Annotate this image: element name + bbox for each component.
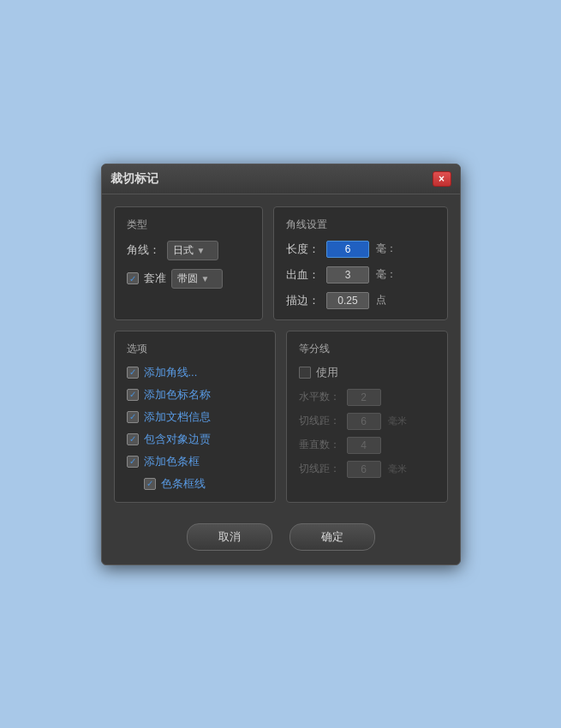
length-row: 长度： 毫： [286, 241, 434, 258]
option-add-color-bar-label: 添加色条框 [144, 454, 200, 469]
bleed-row: 出血： 毫： [286, 266, 434, 283]
top-row: 类型 角线： 日式 ▼ 套准 带圆 ▼ [114, 206, 448, 320]
equalizer-panel: 等分线 使用 水平数： 切线距： 毫米 垂直数： [286, 331, 448, 503]
bleed-unit: 毫： [376, 267, 397, 282]
stroke-unit: 点 [376, 293, 386, 307]
vertical-count-input [347, 437, 381, 454]
option-add-corner-checkbox[interactable] [127, 367, 139, 379]
option-color-bar-line-label: 色条框线 [161, 476, 206, 492]
option-color-bar-line-checkbox[interactable] [144, 478, 156, 490]
fit-row: 套准 带圆 ▼ [127, 269, 251, 289]
option-add-corner-label: 添加角线... [144, 365, 198, 380]
bottom-row: 选项 添加角线... 添加色标名称 添加文档信息 包含对象边贾 [114, 331, 448, 503]
cut-distance-v-label: 切线距： [299, 462, 340, 476]
option-add-doc-info-checkbox[interactable] [127, 411, 139, 423]
option-add-color-name-checkbox[interactable] [127, 389, 139, 401]
length-input[interactable] [326, 241, 369, 258]
cut-distance-h-unit: 毫米 [388, 415, 407, 427]
cut-distance-h-row: 切线距： 毫米 [299, 413, 435, 430]
window-title: 裁切标记 [110, 171, 158, 187]
stroke-label: 描边： [286, 293, 319, 308]
equalizer-panel-title: 等分线 [299, 342, 435, 356]
option-include-obj-border-checkbox[interactable] [127, 433, 139, 445]
cut-distance-h-label: 切线距： [299, 414, 340, 428]
option-add-doc-info-label: 添加文档信息 [144, 409, 211, 425]
option-add-color-bar[interactable]: 添加色条框 [127, 454, 263, 469]
cut-distance-v-row: 切线距： 毫米 [299, 461, 435, 478]
stroke-row: 描边： 点 [286, 292, 434, 309]
options-panel: 选项 添加角线... 添加色标名称 添加文档信息 包含对象边贾 [114, 331, 276, 503]
cut-distance-v-unit: 毫米 [388, 462, 407, 475]
horizontal-count-input [347, 389, 381, 406]
length-unit: 毫： [376, 242, 397, 256]
option-add-color-name-label: 添加色标名称 [144, 387, 211, 403]
vertical-count-label: 垂直数： [299, 438, 340, 452]
title-bar: 裁切标记 × [102, 164, 460, 194]
option-add-color-bar-checkbox[interactable] [127, 456, 139, 468]
footer: 取消 确定 [102, 515, 460, 564]
corner-type-value: 日式 [173, 243, 194, 258]
fit-label: 套准 [144, 271, 166, 286]
corner-settings-panel: 角线设置 长度： 毫： 出血： 毫： 描边： 点 [273, 206, 447, 320]
stroke-input[interactable] [326, 292, 369, 309]
corner-dropdown-arrow: ▼ [197, 246, 206, 255]
bleed-label: 出血： [286, 267, 319, 283]
corner-settings-title: 角线设置 [286, 218, 434, 232]
option-add-corner[interactable]: 添加角线... [127, 365, 263, 380]
fit-type-select[interactable]: 带圆 ▼ [171, 269, 223, 289]
options-panel-title: 选项 [127, 342, 263, 356]
option-add-color-name[interactable]: 添加色标名称 [127, 387, 263, 403]
confirm-button[interactable]: 确定 [289, 523, 375, 551]
main-window: 裁切标记 × 类型 角线： 日式 ▼ 套准 带圆 [101, 164, 461, 565]
type-panel: 类型 角线： 日式 ▼ 套准 带圆 ▼ [114, 206, 264, 320]
fit-dropdown-arrow: ▼ [201, 274, 210, 283]
use-label: 使用 [316, 365, 338, 380]
option-include-obj-border[interactable]: 包含对象边贾 [127, 432, 263, 447]
use-row: 使用 [299, 365, 435, 380]
cut-distance-h-input [347, 413, 381, 430]
close-button[interactable]: × [433, 171, 451, 187]
cut-distance-v-input [347, 461, 381, 478]
corner-type-row: 角线： 日式 ▼ [127, 241, 251, 260]
vertical-count-row: 垂直数： [299, 437, 435, 454]
length-label: 长度： [286, 242, 319, 257]
horizontal-count-label: 水平数： [299, 390, 340, 404]
fit-checkbox[interactable] [127, 272, 139, 284]
bleed-input[interactable] [326, 266, 369, 283]
option-add-doc-info[interactable]: 添加文档信息 [127, 409, 263, 425]
cancel-button[interactable]: 取消 [187, 523, 272, 551]
horizontal-count-row: 水平数： [299, 389, 435, 406]
type-panel-title: 类型 [127, 218, 251, 232]
use-checkbox[interactable] [299, 367, 311, 379]
option-include-obj-border-label: 包含对象边贾 [144, 432, 211, 447]
content-area: 类型 角线： 日式 ▼ 套准 带圆 ▼ [102, 194, 460, 515]
option-color-bar-line[interactable]: 色条框线 [127, 476, 263, 492]
fit-type-value: 带圆 [177, 272, 198, 286]
corner-label: 角线： [127, 242, 160, 258]
corner-type-select[interactable]: 日式 ▼ [167, 241, 218, 260]
